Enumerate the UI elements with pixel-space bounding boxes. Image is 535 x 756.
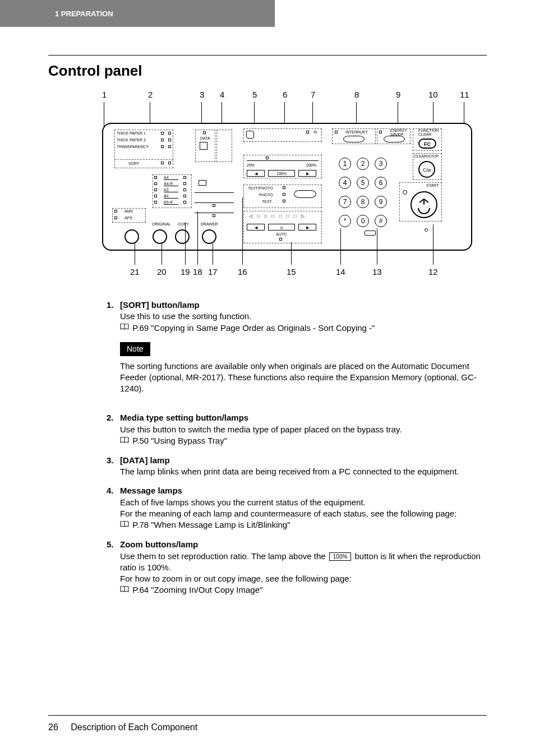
callout-20: 20 [157,267,167,276]
callout-18: 18 [193,267,202,276]
zoom-100-button[interactable]: 100% [268,170,295,177]
item-title: [DATA] lamp [120,455,487,466]
item-line: The lamp blinks when print data are bein… [120,466,487,477]
callout-12: 12 [428,267,438,276]
density-down-button[interactable]: ◀ [247,224,265,231]
start-indicator [425,228,428,232]
keypad-1[interactable]: 1 [339,158,351,170]
text-photo-label: TEXT/PHOTO [248,186,273,190]
book-icon [120,435,129,446]
item-line: Use this to use the sorting function. [120,311,487,322]
fc-button[interactable]: FC [418,139,436,149]
callout-17: 17 [208,267,218,276]
item-line: Use this button to switch the media type… [120,424,487,435]
callout-8: 8 [354,90,359,99]
size-b4: B4 [164,194,178,199]
data-label: DATA [200,136,210,140]
inline-100-button: 100% [329,552,352,561]
book-icon [120,322,129,333]
callout-1: 1 [102,90,107,99]
auto-label: AUTO [276,232,287,236]
size-a4: A4 [164,176,178,180]
keypad-6[interactable]: 6 [375,177,387,189]
callout-14: 14 [336,267,345,276]
callout-6: 6 [283,90,287,99]
section-title: Control panel [48,62,487,80]
thick-paper-2-label: THICK PAPER 2 [117,138,146,142]
zoom-down-button[interactable]: ◀ [247,170,265,177]
item-4: 4. Message lamps Each of five lamps show… [107,485,487,531]
panel-outline: THICK PAPER 1 THICK PAPER 2 TRANSPARENCY… [102,123,472,251]
keypad-0[interactable]: 0 [357,215,369,227]
callout-4: 4 [220,90,224,99]
zoom-up-button[interactable]: ▶ [298,170,316,177]
original-button[interactable] [124,229,139,244]
size-left-button[interactable] [153,229,167,244]
callout-9: 9 [396,90,400,99]
callout-3: 3 [200,90,204,99]
item-num: 3. [107,455,120,478]
item-2: 2. Media type setting button/lamps Use t… [107,412,487,447]
keypad-4[interactable]: 4 [339,177,351,189]
callout-2: 2 [148,90,153,99]
photo-text-button[interactable] [294,190,316,198]
text-label: TEXT [262,200,272,204]
keypad-9[interactable]: 9 [375,196,387,208]
size-a4r: A4-R [164,182,178,186]
item-line-pre: Use them to set reproduction ratio. The … [120,551,328,561]
item-ref: P.69 "Copying in Same Page Order as Orig… [132,323,375,333]
keypad-5[interactable]: 5 [357,177,369,189]
message-lamps-group [216,130,232,162]
density-scale: ◁ □ □ □ □ □ □ ▷ [249,214,306,219]
keypad-hash[interactable]: # [375,215,387,227]
zoom-max: 200% [306,163,316,167]
keypad-star[interactable]: * [339,215,351,227]
thick-paper-1-label: THICK PAPER 1 [117,131,146,135]
page-number: 26 [48,722,58,732]
size-a3: A3 [164,188,178,192]
callout-19: 19 [181,267,190,276]
item-1: 1. [SORT] button/lamp Use this to use th… [107,299,487,404]
function-clear-label: FUNCTIONCLEAR [418,128,439,136]
size-right-button[interactable] [175,229,190,244]
drawer-button[interactable] [202,229,216,244]
footer-label: Description of Each Component [71,722,197,732]
start-button[interactable] [411,191,437,218]
ams-aps-group [112,208,146,223]
item-line: For the meaning of each lamp and counter… [120,508,487,519]
book-icon [120,519,129,531]
item-num: 5. [107,539,120,596]
keypad-3[interactable]: 3 [375,158,387,170]
keypad-7[interactable]: 7 [339,196,351,208]
density-up-button[interactable]: ▶ [298,224,316,231]
sort-group [114,160,173,168]
item-num: 1. [107,299,120,404]
energy-saver-button[interactable] [384,136,405,142]
start-lamp [403,190,407,195]
item-ref: P.78 "When Message Lamp is Lit/Blinking" [132,520,290,529]
section-rule [48,55,487,56]
keypad-2[interactable]: 2 [357,158,369,170]
item-title: Media type setting button/lamps [120,412,487,423]
density-auto-button[interactable]: ◎ [268,224,295,231]
photo-label: PHOTO [259,193,273,197]
interrupt-button[interactable] [343,136,365,142]
item-title: [SORT] button/lamp [120,299,487,311]
callout-10: 10 [428,90,438,99]
note-label: Note [120,342,150,356]
clear-stop-button[interactable]: C/⌀ [418,161,435,178]
start-label: START [426,183,439,187]
size-a5r: A5-R [164,200,178,205]
callout-13: 13 [372,267,382,276]
callouts-top: 1 2 3 4 5 6 7 8 9 10 11 [96,90,487,100]
keypad-8[interactable]: 8 [357,196,369,208]
zoom-min: 25% [247,163,255,167]
interrupt-label: INTERRUPT [345,130,368,134]
item-line: For how to zoom in or out copy image, se… [120,573,487,584]
item-ref: P.64 "Zooming In/Out Copy Image" [132,585,262,594]
stack-icon [199,180,206,186]
counter-display [243,128,322,142]
chapter-label: 1 PREPARATION [55,10,113,18]
item-list: 1. [SORT] button/lamp Use this to use th… [107,299,487,597]
callout-15: 15 [287,267,296,276]
